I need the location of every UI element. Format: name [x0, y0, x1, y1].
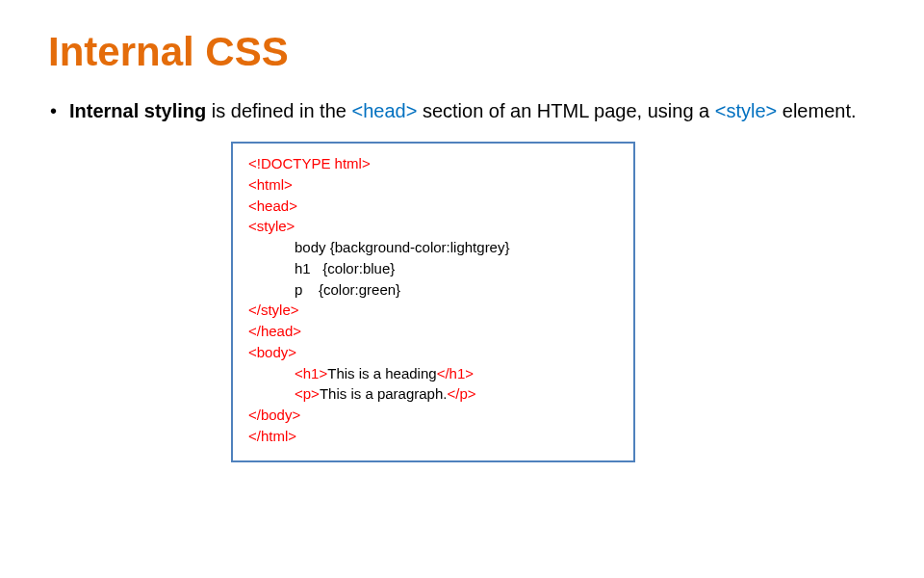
- code-tag: <h1>: [295, 365, 327, 381]
- code-text: This is a paragraph.: [320, 385, 448, 402]
- code-line: </html>: [248, 426, 618, 447]
- code-line: <h1>This is a heading</h1>: [248, 363, 618, 384]
- style-tag-ref: <style>: [715, 100, 777, 121]
- bullet-list: Internal styling is defined in the <head…: [48, 98, 876, 124]
- slide-title: Internal CSS: [48, 29, 876, 75]
- code-line: </body>: [248, 405, 618, 426]
- slide-container: Internal CSS Internal styling is defined…: [0, 0, 924, 482]
- bullet-text-1: is defined in the: [206, 100, 351, 121]
- head-tag-ref: <head>: [351, 100, 417, 121]
- code-tag: </h1>: [437, 365, 474, 381]
- bullet-text-3: element.: [777, 100, 856, 121]
- code-tag: <p>: [295, 385, 320, 402]
- code-line: </head>: [248, 321, 618, 342]
- code-line: </style>: [248, 300, 618, 321]
- bullet-lead: Internal styling: [69, 100, 206, 121]
- code-line: body {background-color:lightgrey}: [248, 237, 618, 258]
- code-line: <body>: [248, 342, 618, 363]
- code-line: <!DOCTYPE html>: [248, 153, 618, 174]
- code-line: h1 {color:blue}: [248, 258, 618, 279]
- code-line: <head>: [248, 196, 618, 217]
- code-line: <html>: [248, 174, 618, 196]
- code-line: <p>This is a paragraph.</p>: [248, 383, 618, 405]
- code-tag: </p>: [447, 385, 475, 402]
- code-line: <style>: [248, 216, 618, 237]
- code-example-box: <!DOCTYPE html> <html> <head> <style> bo…: [231, 142, 635, 462]
- bullet-text-2: section of an HTML page, using a: [417, 100, 714, 121]
- code-text: This is a heading: [327, 365, 436, 381]
- code-line: p {color:green}: [248, 279, 618, 301]
- bullet-item: Internal styling is defined in the <head…: [48, 98, 876, 124]
